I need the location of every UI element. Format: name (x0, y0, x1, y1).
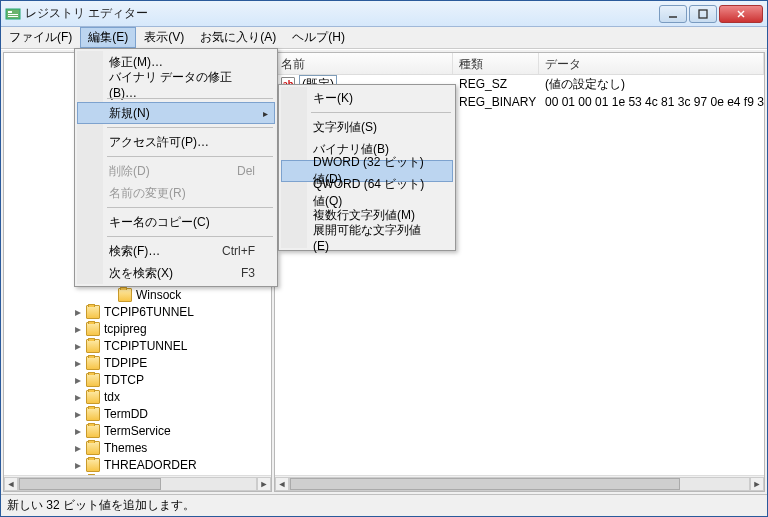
folder-icon (86, 441, 100, 455)
tree-node[interactable]: ▸tdx (4, 388, 271, 405)
menuitem-permissions[interactable]: アクセス許可(P)… (77, 131, 275, 153)
tree-node-label: tcpipreg (103, 322, 148, 336)
expand-icon[interactable]: ▸ (72, 442, 84, 454)
folder-icon (118, 288, 132, 302)
new-submenu-popup: キー(K) 文字列値(S) バイナリ値(B) DWORD (32 ビット) 値(… (278, 84, 456, 251)
scroll-right-button[interactable]: ► (257, 477, 271, 491)
expand-icon[interactable]: ▸ (72, 408, 84, 420)
tree-node[interactable]: ▸Themes (4, 439, 271, 456)
maximize-button[interactable] (689, 5, 717, 23)
shortcut: F3 (211, 266, 255, 280)
tree-node-label: TermDD (103, 407, 149, 421)
menuitem-new-key[interactable]: キー(K) (281, 87, 453, 109)
tree-node-label: TCPIPTUNNEL (103, 339, 188, 353)
titlebar[interactable]: レジストリ エディター (1, 1, 767, 27)
tree-node[interactable]: ▸TCPIPTUNNEL (4, 337, 271, 354)
tree-node-label: TDPIPE (103, 356, 148, 370)
minimize-button[interactable] (659, 5, 687, 23)
scroll-track[interactable] (289, 477, 750, 491)
tree-node[interactable]: ▸TermDD (4, 405, 271, 422)
menuitem-find[interactable]: 検索(F)… Ctrl+F (77, 240, 275, 262)
tree-node-label: TDTCP (103, 373, 145, 387)
menuitem-new[interactable]: 新規(N) ▸ (77, 102, 275, 124)
tree-node-label: Themes (103, 441, 148, 455)
window-title: レジストリ エディター (25, 5, 659, 22)
tree-node-label: tdx (103, 390, 121, 404)
shortcut: Del (207, 164, 255, 178)
menuitem-find-next-label: 次を検索(X) (109, 265, 173, 282)
folder-icon (86, 373, 100, 387)
list-hscrollbar[interactable]: ◄ ► (275, 475, 764, 491)
svg-rect-1 (8, 11, 12, 13)
expand-icon[interactable]: ▸ (72, 306, 84, 318)
edit-menu-popup: 修正(M)… バイナリ データの修正(B)… 新規(N) ▸ アクセス許可(P)… (74, 48, 278, 287)
menuitem-find-next[interactable]: 次を検索(X) F3 (77, 262, 275, 284)
tree-node[interactable]: ▸TDPIPE (4, 354, 271, 371)
tree-node[interactable]: ▸TDTCP (4, 371, 271, 388)
list-header: 名前 種類 データ (275, 53, 764, 75)
menubar: ファイル(F) 編集(E) 表示(V) お気に入り(A) ヘルプ(H) (1, 27, 767, 49)
col-data[interactable]: データ (539, 53, 764, 74)
shortcut: Ctrl+F (192, 244, 255, 258)
tree-node-label: THREADORDER (103, 458, 198, 472)
col-name[interactable]: 名前 (275, 53, 453, 74)
scroll-right-button[interactable]: ► (750, 477, 764, 491)
menu-favorites[interactable]: お気に入り(A) (192, 27, 284, 48)
tree-node-label: TermService (103, 424, 172, 438)
menuitem-rename[interactable]: 名前の変更(R) (77, 182, 275, 204)
statusbar: 新しい 32 ビット値を追加します。 (1, 494, 767, 516)
menu-view[interactable]: 表示(V) (136, 27, 192, 48)
scroll-left-button[interactable]: ◄ (4, 477, 18, 491)
menu-help[interactable]: ヘルプ(H) (284, 27, 353, 48)
folder-icon (86, 492, 100, 493)
menuitem-new-qword[interactable]: QWORD (64 ビット) 値(Q) (281, 182, 453, 204)
expand-icon[interactable]: ▸ (72, 459, 84, 471)
menuitem-find-label: 検索(F)… (109, 243, 160, 260)
menuitem-copy-key-name[interactable]: キー名のコピー(C) (77, 211, 275, 233)
menu-edit[interactable]: 編集(E) (80, 27, 136, 48)
tree-node-label: TCPIP6TUNNEL (103, 305, 195, 319)
cell-data: 00 01 00 01 1e 53 4c 81 3c 97 0e e4 f9 3… (539, 95, 764, 109)
folder-icon (86, 407, 100, 421)
folder-icon (86, 424, 100, 438)
folder-icon (86, 339, 100, 353)
svg-rect-2 (8, 14, 18, 15)
folder-icon (86, 356, 100, 370)
expand-icon[interactable]: ▸ (72, 391, 84, 403)
cell-type: REG_BINARY (453, 95, 539, 109)
status-text: 新しい 32 ビット値を追加します。 (7, 497, 195, 514)
menuitem-new-expandstring[interactable]: 展開可能な文字列値(E) (281, 226, 453, 248)
menuitem-new-label: 新規(N) (109, 105, 150, 122)
tree-node[interactable]: ▸THREADORDER (4, 456, 271, 473)
close-button[interactable] (719, 5, 763, 23)
expand-icon[interactable]: ▸ (72, 357, 84, 369)
menuitem-delete[interactable]: 削除(D) Del (77, 160, 275, 182)
scroll-left-button[interactable]: ◄ (275, 477, 289, 491)
folder-icon (86, 458, 100, 472)
svg-rect-5 (699, 10, 707, 18)
app-icon (5, 6, 21, 22)
cell-type: REG_SZ (453, 77, 539, 91)
expand-icon[interactable]: ▸ (72, 323, 84, 335)
tree-node[interactable]: Winsock (4, 286, 271, 303)
tree-node-label: Winsock (135, 288, 182, 302)
menu-file[interactable]: ファイル(F) (1, 27, 80, 48)
folder-icon (86, 390, 100, 404)
expand-icon[interactable]: ▸ (72, 425, 84, 437)
scroll-track[interactable] (18, 477, 257, 491)
col-type[interactable]: 種類 (453, 53, 539, 74)
folder-icon (86, 322, 100, 336)
tree-node[interactable]: ▸TCPIP6TUNNEL (4, 303, 271, 320)
scroll-thumb[interactable] (19, 478, 161, 490)
tree-node[interactable]: ▸tcpipreg (4, 320, 271, 337)
submenu-arrow-icon: ▸ (263, 108, 268, 119)
scroll-thumb[interactable] (290, 478, 680, 490)
cell-data: (値の設定なし) (539, 76, 764, 93)
expand-icon[interactable]: ▸ (72, 374, 84, 386)
expand-icon[interactable]: ▸ (72, 340, 84, 352)
tree-node[interactable]: ▸TermService (4, 422, 271, 439)
tree-hscrollbar[interactable]: ◄ ► (4, 475, 271, 491)
menuitem-modify-binary[interactable]: バイナリ データの修正(B)… (77, 73, 275, 95)
svg-rect-3 (8, 16, 18, 17)
menuitem-new-string[interactable]: 文字列値(S) (281, 116, 453, 138)
